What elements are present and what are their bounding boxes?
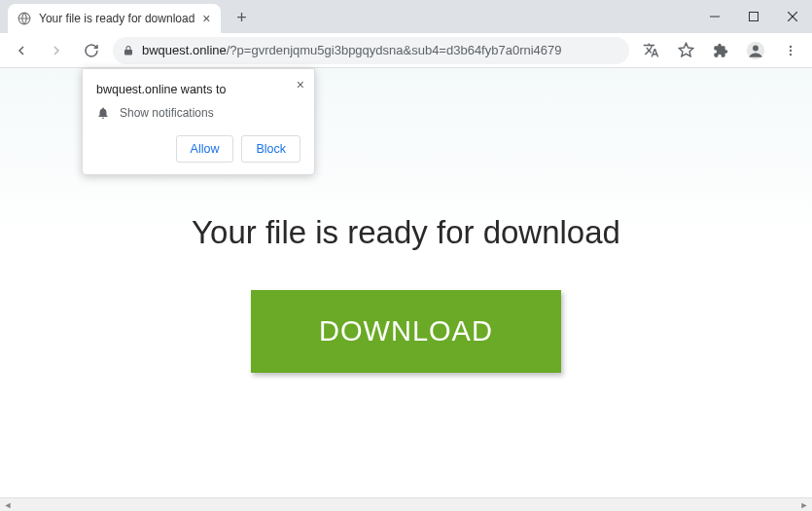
tab-strip: Your file is ready for download × +: [0, 0, 695, 33]
horizontal-scrollbar[interactable]: ◄ ►: [0, 497, 812, 511]
profile-icon[interactable]: [742, 37, 769, 64]
url-host: bwquest.online: [142, 43, 227, 57]
maximize-button[interactable]: [734, 2, 773, 31]
page-headline: Your file is ready for download: [192, 214, 620, 251]
browser-tab[interactable]: Your file is ready for download ×: [8, 4, 221, 33]
bookmark-star-icon[interactable]: [672, 37, 699, 64]
forward-button[interactable]: [43, 37, 70, 64]
address-bar[interactable]: bwquest.online/?p=gvrdenjqmu5gi3bpgqydsn…: [113, 37, 629, 64]
permission-prompt: × bwquest.online wants to Show notificat…: [82, 68, 315, 175]
svg-rect-2: [750, 13, 759, 21]
menu-icon[interactable]: [777, 37, 804, 64]
permission-title: bwquest.online wants to: [96, 83, 300, 96]
globe-icon: [18, 12, 31, 25]
scroll-track[interactable]: [16, 498, 796, 512]
tab-title: Your file is ready for download: [39, 12, 194, 25]
svg-marker-5: [679, 43, 692, 55]
bell-icon: [96, 106, 110, 120]
close-icon[interactable]: ×: [297, 77, 304, 92]
reload-button[interactable]: [78, 37, 105, 64]
download-button[interactable]: DOWNLOAD: [251, 290, 561, 373]
minimize-button[interactable]: [695, 2, 734, 31]
extensions-icon[interactable]: [707, 37, 734, 64]
translate-icon[interactable]: [637, 37, 664, 64]
permission-request-label: Show notifications: [120, 106, 214, 120]
new-tab-button[interactable]: +: [229, 4, 256, 31]
tab-close-icon[interactable]: ×: [202, 11, 210, 26]
window-controls: [695, 0, 812, 33]
browser-toolbar: bwquest.online/?p=gvrdenjqmu5gi3bpgqydsn…: [0, 33, 812, 68]
url-path: /?p=gvrdenjqmu5gi3bpgqydsna&sub4=d3b64fy…: [227, 43, 562, 57]
svg-point-9: [790, 49, 792, 51]
permission-request-row: Show notifications: [96, 106, 300, 120]
permission-actions: Allow Block: [96, 135, 300, 163]
lock-icon: [123, 45, 134, 56]
url-text: bwquest.online/?p=gvrdenjqmu5gi3bpgqydsn…: [142, 43, 562, 57]
page-content: Your file is ready for download DOWNLOAD…: [0, 68, 812, 497]
svg-point-7: [753, 45, 759, 51]
svg-point-10: [790, 53, 792, 55]
block-button[interactable]: Block: [241, 135, 300, 163]
back-button[interactable]: [8, 37, 35, 64]
allow-button[interactable]: Allow: [176, 135, 234, 163]
scroll-right-arrow[interactable]: ►: [796, 498, 812, 512]
close-window-button[interactable]: [773, 2, 812, 31]
svg-point-8: [790, 45, 792, 47]
scroll-left-arrow[interactable]: ◄: [0, 498, 16, 512]
